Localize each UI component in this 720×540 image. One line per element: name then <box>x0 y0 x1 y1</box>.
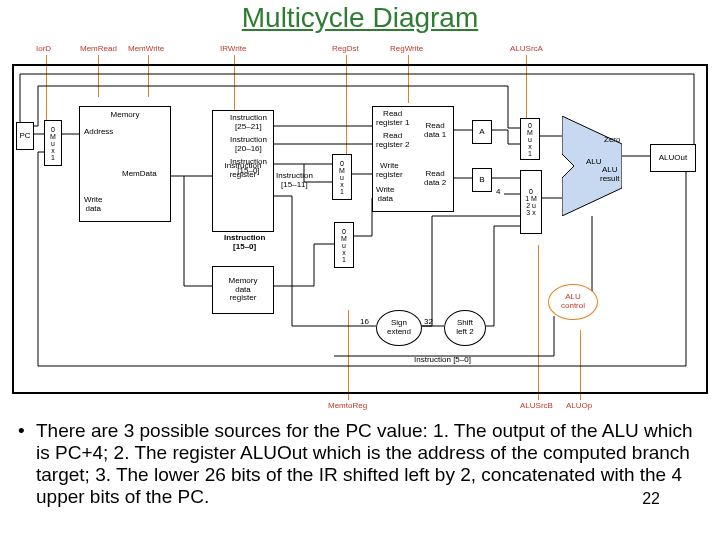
rf-r1: Read register 1 <box>376 110 409 128</box>
signal-aluop: ALUOp <box>566 401 592 410</box>
block-b: B <box>472 168 492 192</box>
signal-memtoreg: MemtoReg <box>328 401 367 410</box>
memory-address-label: Address <box>84 128 113 137</box>
rf-wd: Write data <box>376 186 395 204</box>
memory-title: Memory <box>111 111 140 120</box>
ir-out-15-0: Instruction [15–0] <box>224 234 265 252</box>
mux-memtoreg: 0 M u x 1 <box>334 222 354 268</box>
ir-field-15-11: Instruction [15–11] <box>276 172 313 190</box>
ir-field-25-21: Instruction [25–21] <box>230 114 267 132</box>
signal-irwrite: IRWrite <box>220 44 246 53</box>
memory-memdata-label: MemData <box>122 170 157 179</box>
signal-regwrite: RegWrite <box>390 44 423 53</box>
ir-field-15-0: Instruction [15–0] <box>230 158 267 176</box>
block-pc: PC <box>16 122 34 150</box>
const-four: 4 <box>496 188 500 197</box>
instr-5-0-label: Instruction [5–0] <box>414 356 471 365</box>
rf-w: Write register <box>376 162 403 180</box>
block-a: A <box>472 120 492 144</box>
block-mdr: Memory data register <box>212 266 274 314</box>
rf-r2: Read register 2 <box>376 132 409 150</box>
mux-srca: 0 M u x 1 <box>520 118 540 160</box>
memory-writedata-label: Write data <box>84 196 103 214</box>
rf-rd1: Read data 1 <box>424 122 446 140</box>
width-16: 16 <box>360 318 369 327</box>
signal-memread: MemRead <box>80 44 117 53</box>
block-signextend: Sign extend <box>376 310 422 346</box>
block-shiftleft2: Shift left 2 <box>444 310 486 346</box>
signal-memwrite: MemWrite <box>128 44 164 53</box>
block-alucontrol: ALU control <box>548 284 598 320</box>
width-32: 32 <box>424 318 433 327</box>
alu-result: ALU result <box>600 166 620 184</box>
bullet-dot-icon: • <box>18 420 25 442</box>
page-number: 22 <box>642 490 660 508</box>
block-aluout: ALUOut <box>650 144 696 172</box>
mux-iord: 0 M u x 1 <box>44 120 62 166</box>
mux-regdst: 0 M u x 1 <box>332 154 352 200</box>
signal-alusrcb: ALUSrcB <box>520 401 553 410</box>
slide-title: Multicycle Diagram <box>0 2 720 34</box>
diagram-frame: PC 0 M u x 1 Memory Address Write data M… <box>12 64 708 394</box>
signal-alusrca: ALUSrcA <box>510 44 543 53</box>
ir-field-20-16: Instruction [20–16] <box>230 136 267 154</box>
bullet-pc-sources: • There are 3 possible sources for the P… <box>18 420 708 507</box>
alu-zero: Zero <box>604 136 620 145</box>
mux-srcb: 0 1 M 2 u 3 x <box>520 170 542 234</box>
signal-iord: IorD <box>36 44 51 53</box>
rf-rd2: Read data 2 <box>424 170 446 188</box>
signal-regdst: RegDst <box>332 44 359 53</box>
bullet-text: There are 3 possible sources for the PC … <box>36 420 708 507</box>
